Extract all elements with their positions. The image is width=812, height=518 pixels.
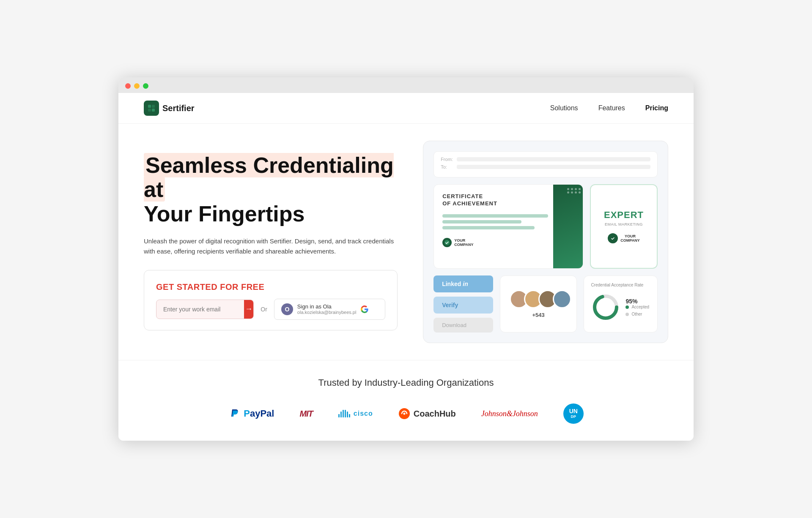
jnj-text: Johnson&Johnson — [481, 409, 538, 418]
cisco-bar — [338, 414, 340, 417]
email-from-field: From: — [441, 157, 650, 162]
svg-rect-0 — [148, 105, 151, 108]
expert-logo-icon — [608, 233, 618, 243]
paypal-text: PayPal — [244, 408, 274, 419]
cisco-bar — [349, 414, 350, 417]
hero-title-highlight: Seamless Credentialing at — [144, 153, 394, 202]
email-submit-button[interactable]: → — [244, 300, 253, 319]
nav-links: Solutions Features Pricing — [550, 104, 668, 112]
cert-dot — [571, 188, 573, 190]
cert-dot — [579, 191, 581, 194]
nav-link-solutions[interactable]: Solutions — [550, 104, 578, 112]
avatars-panel: +543 — [500, 275, 577, 333]
cisco-bar — [345, 410, 346, 417]
hero-description: Unleash the power of digital recognition… — [144, 236, 398, 256]
cert-dot — [567, 188, 569, 190]
cisco-logo: cisco — [338, 410, 373, 417]
trusted-title: Trusted by Industry-Leading Organization… — [144, 377, 668, 388]
cert-company-text: YOURCOMPANY — [454, 238, 473, 247]
signin-email: ola.kozielska@brainybees.pl — [297, 310, 357, 315]
actions-panel: Linkedin Verify Download — [433, 275, 493, 333]
cert-line-2 — [442, 220, 521, 224]
close-button[interactable] — [125, 83, 131, 89]
logos-row: PayPal MIT ci — [144, 403, 668, 424]
certificate-card: CERTIFICATEOF ACHIEVEMENT — [433, 184, 583, 269]
legend-item-1: Accepted — [625, 305, 649, 309]
expert-label: EXPERT — [604, 210, 644, 221]
cisco-bar — [340, 412, 342, 417]
hero-title: Seamless Credentialing at Your Fingertip… — [144, 153, 398, 226]
plus-count: +543 — [532, 312, 544, 318]
mit-text: MIT — [299, 409, 313, 419]
bottom-row: Linkedin Verify Download — [433, 275, 658, 333]
linkedin-label: Linked — [442, 281, 461, 287]
linkedin-button[interactable]: Linkedin — [433, 275, 493, 292]
undp-badge: UN DP — [563, 403, 584, 424]
email-input[interactable] — [156, 300, 244, 319]
svg-point-4 — [444, 240, 450, 245]
svg-rect-2 — [148, 109, 151, 112]
stats-panel: Credential Acceptance Rate 95% — [584, 275, 658, 333]
cisco-bars — [338, 410, 350, 417]
legend-dot-gray — [625, 313, 629, 316]
logo-icon — [144, 101, 159, 116]
avatar-4 — [553, 290, 571, 308]
expert-card: EXPERT EMAIL MARKETING YOURCOMPANY — [590, 184, 658, 269]
page: Sertifier Solutions Features Pricing Sea… — [118, 93, 694, 441]
hero-title-line2: Your Fingertips — [144, 202, 304, 226]
legend-label-1: Accepted — [631, 305, 649, 309]
cert-logo-icon — [442, 238, 452, 247]
cert-dot — [575, 188, 577, 190]
cert-dot — [567, 191, 569, 194]
jnj-logo: Johnson&Johnson — [481, 409, 538, 418]
dashboard-mockup: From: To: CERTIFICATEOF AC — [423, 141, 668, 343]
hero-section: Seamless Credentialing at Your Fingertip… — [118, 124, 694, 360]
or-text: Or — [261, 306, 267, 313]
cisco-bar — [343, 410, 344, 417]
logo[interactable]: Sertifier — [144, 101, 195, 116]
expert-company-text: YOURCOMPANY — [620, 234, 639, 243]
cta-title: GET STARTED FOR FREE — [156, 282, 385, 292]
nav-item-features[interactable]: Features — [598, 104, 625, 112]
google-signin-info: Sign in as Ola ola.kozielska@brainybees.… — [297, 303, 357, 315]
hero-right: From: To: CERTIFICATEOF AC — [423, 141, 668, 343]
stats-right: 95% Accepted Other — [625, 298, 649, 316]
google-avatar: O — [281, 303, 293, 315]
linkedin-in: in — [463, 281, 468, 287]
to-bar — [457, 165, 650, 169]
coachhub-logo: CoachHub — [398, 408, 456, 420]
cert-dot — [579, 188, 581, 190]
cert-line-1 — [442, 214, 548, 218]
download-button[interactable]: Download — [433, 318, 493, 333]
donut-chart — [591, 292, 620, 322]
google-signin-button[interactable]: O Sign in as Ola ola.kozielska@brainybee… — [274, 299, 385, 320]
svg-point-5 — [610, 236, 615, 241]
signin-label: Sign in as Ola — [297, 303, 357, 310]
google-icon — [360, 305, 369, 314]
cta-box: GET STARTED FOR FREE → Or O Sign in as O… — [144, 270, 398, 330]
from-label: From: — [441, 157, 453, 162]
nav-link-features[interactable]: Features — [598, 104, 625, 112]
cards-row: CERTIFICATEOF ACHIEVEMENT — [433, 184, 658, 269]
to-label: To: — [441, 164, 453, 169]
hero-left: Seamless Credentialing at Your Fingertip… — [144, 153, 398, 330]
svg-rect-3 — [152, 109, 155, 112]
browser-chrome — [118, 77, 694, 93]
mit-logo: MIT — [299, 409, 313, 419]
undp-logo: UN DP — [563, 403, 584, 424]
cert-dot — [575, 191, 577, 194]
stats-percent: 95% — [625, 298, 649, 305]
email-compose: From: To: — [433, 151, 658, 177]
nav-link-pricing[interactable]: Pricing — [645, 104, 668, 112]
nav-item-solutions[interactable]: Solutions — [550, 104, 578, 112]
trusted-section: Trusted by Industry-Leading Organization… — [118, 360, 694, 441]
cisco-bar — [347, 412, 348, 417]
verify-button[interactable]: Verify — [433, 297, 493, 314]
legend-dot-green — [625, 305, 629, 309]
minimize-button[interactable] — [134, 83, 140, 89]
cert-line-3 — [442, 226, 535, 229]
nav-item-pricing[interactable]: Pricing — [645, 104, 668, 112]
maximize-button[interactable] — [143, 83, 148, 89]
cert-decoration — [549, 185, 583, 268]
cert-dots — [567, 188, 581, 194]
